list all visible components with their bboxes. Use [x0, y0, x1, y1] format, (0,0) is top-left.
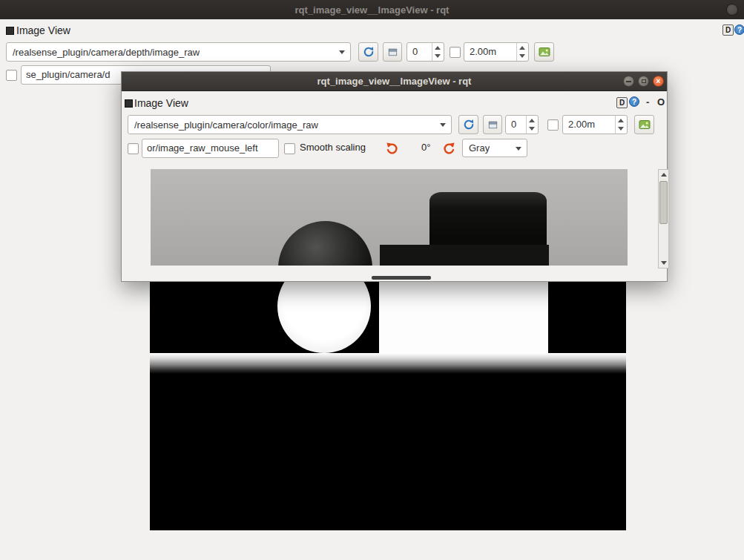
rotate-left-button[interactable]: [382, 139, 402, 157]
chevron-down-icon: [516, 147, 521, 151]
plugin-title: Image View: [16, 24, 70, 36]
os-titlebar[interactable]: rqt_image_view__ImageView - rqt: [0, 0, 744, 19]
save-image-button[interactable]: [634, 115, 654, 134]
spin-up-icon[interactable]: [616, 116, 627, 125]
spin-up-icon[interactable]: [517, 43, 528, 52]
maximize-button[interactable]: [638, 76, 649, 87]
dialog-title: rqt_image_view__ImageView - rqt: [317, 76, 472, 87]
rotate-right-icon: [442, 142, 455, 155]
chevron-down-icon: [339, 50, 345, 54]
color-scheme-combobox[interactable]: Gray: [462, 139, 527, 157]
max-range-spinbox[interactable]: 2.00m: [562, 115, 628, 134]
plugin-icon: [125, 99, 133, 108]
vertical-scrollbar[interactable]: [658, 169, 669, 269]
color-scheme-value: Gray: [469, 142, 490, 154]
sphere-shape: [278, 221, 372, 266]
dynamic-range-checkbox[interactable]: [547, 119, 559, 131]
smooth-scaling-checkbox[interactable]: [284, 143, 295, 154]
save-image-icon: [639, 119, 651, 131]
dock-button[interactable]: D: [616, 97, 628, 108]
dialog-titlebar[interactable]: rqt_image_view__ImageView - rqt: [122, 72, 667, 91]
rotate-left-icon: [386, 142, 399, 155]
spin-down-icon[interactable]: [616, 125, 627, 134]
chevron-down-icon: [440, 123, 446, 127]
zoom-value: 0: [511, 116, 516, 134]
zoom-spinbox[interactable]: 0: [406, 42, 444, 62]
color-image-canvas[interactable]: [151, 169, 628, 266]
refresh-topics-button[interactable]: [458, 115, 478, 134]
dynamic-range-checkbox[interactable]: [450, 47, 461, 58]
topic-selected-value: /realsense_plugin/camera/color/image_raw: [134, 119, 318, 131]
minimize-button[interactable]: [623, 76, 634, 87]
zoom-value: 0: [412, 43, 418, 61]
scrollbar-thumb[interactable]: [659, 181, 668, 224]
max-range-value: 2.00m: [568, 116, 595, 134]
mouse-topic-field[interactable]: or/image_raw_mouse_left: [142, 139, 279, 158]
close-button[interactable]: ×: [653, 76, 664, 87]
topic-selected-value: /realsense_plugin/camera/depth/image_raw: [13, 47, 200, 58]
desktop: rqt_image_view__ImageView - rqt Image Vi…: [0, 0, 744, 560]
scroll-down-icon[interactable]: [659, 258, 668, 268]
spin-arrows[interactable]: [432, 43, 444, 61]
plugin-icon: [6, 27, 14, 35]
box-shape: [380, 245, 549, 266]
rotation-value: 0°: [421, 142, 430, 154]
spin-up-icon[interactable]: [432, 43, 444, 52]
max-range-spinbox[interactable]: 2.00m: [464, 42, 529, 62]
rotate-right-button[interactable]: [438, 139, 458, 157]
save-image-icon: [539, 46, 550, 58]
help-icon[interactable]: ?: [629, 96, 639, 107]
scroll-up-icon[interactable]: [659, 170, 668, 179]
spin-up-icon[interactable]: [527, 116, 538, 125]
spin-arrows[interactable]: [526, 116, 538, 134]
zoom-original-button[interactable]: [483, 115, 502, 134]
os-window-title: rqt_image_view__ImageView - rqt: [295, 4, 450, 16]
plugin-float-button[interactable]: O: [657, 96, 665, 108]
zoom-spinbox[interactable]: 0: [505, 115, 539, 134]
zoom-original-button[interactable]: [383, 42, 402, 62]
smooth-scaling-label: Smooth scaling: [300, 142, 366, 154]
spin-arrows[interactable]: [615, 116, 627, 134]
window-menu-icon[interactable]: [726, 4, 738, 16]
close-icon: ×: [656, 78, 661, 85]
depth-ground-gradient: [150, 353, 626, 374]
window-icon: [487, 119, 498, 131]
save-image-button[interactable]: [534, 42, 554, 62]
refresh-icon: [463, 119, 475, 131]
publish-click-checkbox[interactable]: [6, 70, 17, 81]
maximize-icon: [642, 79, 646, 83]
spin-down-icon[interactable]: [517, 52, 528, 61]
topic-combobox[interactable]: /realsense_plugin/camera/depth/image_raw: [6, 42, 351, 62]
spin-arrows[interactable]: [516, 43, 528, 61]
spin-down-icon[interactable]: [527, 125, 538, 134]
help-icon[interactable]: ?: [734, 24, 744, 35]
spin-down-icon[interactable]: [432, 52, 444, 61]
plugin-title: Image View: [134, 97, 188, 109]
max-range-value: 2.00m: [470, 43, 496, 61]
refresh-topics-button[interactable]: [358, 42, 378, 62]
publish-click-checkbox[interactable]: [128, 143, 139, 154]
horizontal-scrollbar-thumb[interactable]: [372, 276, 431, 280]
image-view-dialog: rqt_image_view__ImageView - rqt × Image …: [121, 71, 668, 282]
refresh-icon: [363, 46, 375, 58]
window-icon: [387, 47, 398, 58]
dock-button[interactable]: D: [722, 24, 734, 36]
minimize-icon: [626, 81, 631, 82]
plugin-minimize-button[interactable]: -: [646, 96, 649, 108]
topic-combobox[interactable]: /realsense_plugin/camera/color/image_raw: [128, 115, 452, 134]
